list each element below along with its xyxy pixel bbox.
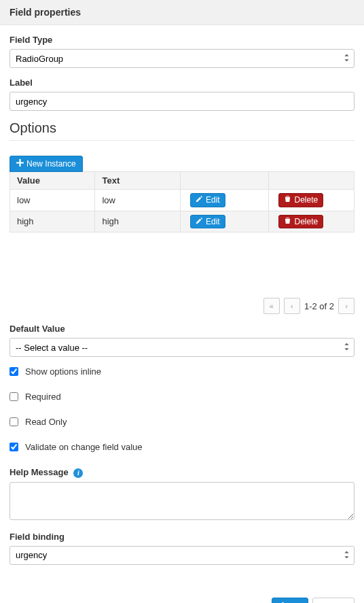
info-icon[interactable]: i [73,468,83,478]
pager: « ‹ 1-2 of 2 › [10,298,354,314]
help-message-group: Help Message i [10,467,354,522]
panel-body: Field Type RadioGroup Label Options New … [0,25,364,574]
options-section-title: Options [10,120,354,136]
chevron-right-icon: › [345,302,348,310]
chevron-double-left-icon: « [270,302,274,310]
default-value-select[interactable]: -- Select a value -- [10,338,354,357]
add-new-instance-label: New Instance [26,159,76,169]
delete-label: Delete [294,195,318,205]
validate-checkbox[interactable] [10,443,18,451]
delete-button[interactable]: Delete [278,193,323,207]
edit-button[interactable]: Edit [190,215,225,228]
field-binding-group: Field binding urgency [10,532,354,565]
default-value-label: Default Value [10,324,354,334]
chevron-left-icon: ‹ [291,302,293,310]
edit-label: Edit [206,195,220,205]
trash-icon [284,217,291,226]
label-input[interactable] [10,92,354,111]
pager-prev-button[interactable]: ‹ [284,298,300,314]
panel-title: Field properties [10,7,81,18]
show-inline-row: Show options inline [10,366,354,377]
delete-label: Delete [294,217,318,226]
field-type-label: Field Type [10,35,354,45]
help-message-label-text: Help Message [10,467,69,477]
field-type-select[interactable]: RadioGroup [10,49,354,68]
label-group: Label [10,77,354,111]
validate-row: Validate on change field value [10,442,354,452]
edit-icon [196,195,203,205]
options-col-value: Value [10,172,95,190]
options-col-text: Text [95,172,180,190]
delete-button[interactable]: Delete [278,215,323,228]
table-row: low low Edit Delete [10,190,354,211]
pager-first-button[interactable]: « [263,298,280,314]
plus-icon [16,159,24,169]
footer-actions: Ok Cancel [0,588,364,603]
panel-header: Field properties [0,0,364,25]
required-checkbox[interactable] [10,392,18,401]
show-inline-label: Show options inline [25,366,101,377]
edit-button[interactable]: Edit [190,193,225,207]
field-type-group: Field Type RadioGroup [10,35,354,68]
edit-label: Edit [206,217,220,226]
pager-text: 1-2 of 2 [304,301,334,311]
read-only-checkbox[interactable] [10,417,18,426]
trash-icon [284,195,291,205]
add-new-instance-button[interactable]: New Instance [10,156,83,172]
cell-value: low [10,190,95,211]
field-binding-select[interactable]: urgency [10,546,354,565]
pager-next-button[interactable]: › [338,298,354,314]
default-value-group: Default Value -- Select a value -- [10,324,354,357]
required-label: Required [25,392,61,402]
cancel-button[interactable]: Cancel [312,598,354,603]
ok-button[interactable]: Ok [272,598,308,603]
options-table: Value Text low low Edit [10,171,354,232]
show-inline-checkbox[interactable] [10,367,18,376]
options-section-divider [10,140,354,141]
cell-text: low [95,190,180,211]
help-message-label: Help Message i [10,467,354,478]
edit-icon [196,217,203,226]
table-row: high high Edit Delete [10,211,354,232]
help-message-textarea[interactable] [10,482,354,520]
required-row: Required [10,392,354,402]
cell-text: high [95,211,180,232]
options-col-delete [269,172,354,190]
read-only-row: Read Only [10,417,354,427]
cell-value: high [10,211,95,232]
label-field-label: Label [10,77,354,88]
options-col-edit [180,172,269,190]
validate-label: Validate on change field value [25,442,143,452]
field-binding-label: Field binding [10,532,354,542]
read-only-label: Read Only [25,417,67,427]
